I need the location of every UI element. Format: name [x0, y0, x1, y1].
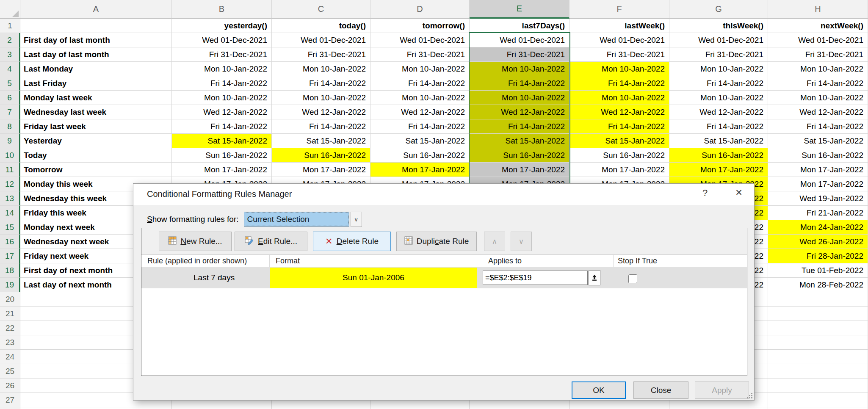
- cell-D11[interactable]: Mon 17-Jan-2022: [370, 163, 470, 177]
- applies-to-input[interactable]: [483, 271, 588, 285]
- cell-B1[interactable]: yesterday(): [172, 19, 272, 33]
- cell-H19[interactable]: Mon 28-Feb-2022: [768, 278, 868, 292]
- cell-B3[interactable]: Fri 31-Dec-2021: [172, 47, 272, 62]
- cell-D2[interactable]: Wed 01-Dec-2021: [370, 33, 470, 47]
- cell-H26[interactable]: [768, 379, 868, 393]
- cell-F2[interactable]: Wed 01-Dec-2021: [569, 33, 669, 47]
- cell-C4[interactable]: Mon 10-Jan-2022: [272, 62, 370, 76]
- row-header-13[interactable]: 13: [0, 191, 20, 206]
- cell-H6[interactable]: Mon 10-Jan-2022: [768, 91, 868, 105]
- stop-if-true-checkbox[interactable]: [628, 274, 637, 283]
- row-header-6[interactable]: 6: [0, 91, 20, 105]
- cell-H25[interactable]: [768, 364, 868, 379]
- cell-E11[interactable]: Mon 17-Jan-2022: [470, 163, 569, 177]
- cell-B10[interactable]: Sun 16-Jan-2022: [172, 148, 272, 163]
- cell-A9[interactable]: Yesterday: [20, 134, 172, 148]
- row-header-8[interactable]: 8: [0, 119, 20, 134]
- cell-H18[interactable]: Tue 01-Feb-2022: [768, 263, 868, 278]
- cell-F11[interactable]: Mon 17-Jan-2022: [569, 163, 669, 177]
- row-header-24[interactable]: 24: [0, 350, 20, 364]
- row-header-11[interactable]: 11: [0, 163, 20, 177]
- cell-H1[interactable]: nextWeek(): [768, 19, 868, 33]
- cell-E10[interactable]: Sun 16-Jan-2022: [470, 148, 569, 163]
- cell-D8[interactable]: Fri 14-Jan-2022: [370, 119, 470, 134]
- row-header-25[interactable]: 25: [0, 364, 20, 379]
- column-header-E[interactable]: E: [470, 0, 569, 19]
- cell-G7[interactable]: Wed 12-Jan-2022: [669, 105, 768, 119]
- cell-H4[interactable]: Mon 10-Jan-2022: [768, 62, 868, 76]
- column-header-D[interactable]: D: [370, 0, 470, 19]
- cell-H21[interactable]: [768, 307, 868, 321]
- column-header-G[interactable]: G: [669, 0, 768, 19]
- cell-G28[interactable]: [669, 407, 768, 409]
- help-icon[interactable]: ?: [697, 188, 713, 199]
- cell-C9[interactable]: Sat 15-Jan-2022: [272, 134, 370, 148]
- cell-H24[interactable]: [768, 350, 868, 364]
- cell-D7[interactable]: Wed 12-Jan-2022: [370, 105, 470, 119]
- cell-G6[interactable]: Mon 10-Jan-2022: [669, 91, 768, 105]
- cell-A1[interactable]: [20, 19, 172, 33]
- cell-C10[interactable]: Sun 16-Jan-2022: [272, 148, 370, 163]
- column-header-F[interactable]: F: [569, 0, 669, 19]
- cell-F3[interactable]: Fri 31-Dec-2021: [569, 47, 669, 62]
- row-header-1[interactable]: 1: [0, 19, 20, 33]
- cell-F9[interactable]: Sat 15-Jan-2022: [569, 134, 669, 148]
- cell-E2[interactable]: Wed 01-Dec-2021: [470, 33, 569, 47]
- cell-B8[interactable]: Fri 14-Jan-2022: [172, 119, 272, 134]
- cell-G2[interactable]: Wed 01-Dec-2021: [669, 33, 768, 47]
- row-header-10[interactable]: 10: [0, 148, 20, 163]
- row-header-20[interactable]: 20: [0, 292, 20, 307]
- resize-grip-icon[interactable]: [747, 393, 753, 399]
- cell-F4[interactable]: Mon 10-Jan-2022: [569, 62, 669, 76]
- column-header-B[interactable]: B: [172, 0, 272, 19]
- new-rule-button[interactable]: New Rule...: [159, 232, 232, 251]
- edit-rule-button[interactable]: Edit Rule...: [235, 232, 307, 251]
- cell-E4[interactable]: Mon 10-Jan-2022: [470, 62, 569, 76]
- ok-button[interactable]: OK: [572, 381, 626, 399]
- cell-B28[interactable]: [172, 407, 272, 409]
- cell-G4[interactable]: Mon 10-Jan-2022: [669, 62, 768, 76]
- cell-C8[interactable]: Fri 14-Jan-2022: [272, 119, 370, 134]
- column-header-C[interactable]: C: [272, 0, 370, 19]
- cell-G5[interactable]: Fri 14-Jan-2022: [669, 76, 768, 91]
- cell-A7[interactable]: Wednesday last week: [20, 105, 172, 119]
- row-header-23[interactable]: 23: [0, 335, 20, 350]
- cell-H14[interactable]: Fri 21-Jan-2022: [768, 206, 868, 220]
- row-header-21[interactable]: 21: [0, 307, 20, 321]
- cell-D10[interactable]: Sun 16-Jan-2022: [370, 148, 470, 163]
- cell-F7[interactable]: Wed 12-Jan-2022: [569, 105, 669, 119]
- cell-H9[interactable]: Sat 15-Jan-2022: [768, 134, 868, 148]
- cell-H22[interactable]: [768, 321, 868, 335]
- cell-E6[interactable]: Mon 10-Jan-2022: [470, 91, 569, 105]
- scope-dropdown[interactable]: Current Selection ∨: [244, 212, 362, 227]
- cell-A11[interactable]: Tomorrow: [20, 163, 172, 177]
- close-icon[interactable]: ✕: [730, 188, 747, 198]
- chevron-down-icon[interactable]: ∨: [351, 212, 362, 227]
- row-header-17[interactable]: 17: [0, 249, 20, 263]
- cell-A4[interactable]: Last Monday: [20, 62, 172, 76]
- row-header-2[interactable]: 2: [0, 33, 20, 47]
- cell-H15[interactable]: Mon 24-Jan-2022: [768, 220, 868, 235]
- cell-B2[interactable]: Wed 01-Dec-2021: [172, 33, 272, 47]
- cell-H12[interactable]: Mon 17-Jan-2022: [768, 177, 868, 191]
- cell-G10[interactable]: Sun 16-Jan-2022: [669, 148, 768, 163]
- cell-H20[interactable]: [768, 292, 868, 307]
- cell-H11[interactable]: Mon 17-Jan-2022: [768, 163, 868, 177]
- cell-H8[interactable]: Fri 14-Jan-2022: [768, 119, 868, 134]
- cell-G9[interactable]: Sat 15-Jan-2022: [669, 134, 768, 148]
- cell-A6[interactable]: Monday last week: [20, 91, 172, 105]
- cell-H17[interactable]: Fri 28-Jan-2022: [768, 249, 868, 263]
- cell-D28[interactable]: [370, 407, 470, 409]
- cell-D5[interactable]: Fri 14-Jan-2022: [370, 76, 470, 91]
- delete-rule-button[interactable]: ✕Delete Rule: [313, 232, 391, 251]
- move-up-button[interactable]: ∧: [484, 232, 505, 251]
- cell-C7[interactable]: Wed 12-Jan-2022: [272, 105, 370, 119]
- row-header-16[interactable]: 16: [0, 235, 20, 249]
- cell-B6[interactable]: Mon 10-Jan-2022: [172, 91, 272, 105]
- collapse-dialog-button[interactable]: [589, 270, 600, 285]
- row-header-28[interactable]: 28: [0, 407, 20, 409]
- cell-A5[interactable]: Last Friday: [20, 76, 172, 91]
- column-header-A[interactable]: A: [20, 0, 172, 19]
- duplicate-rule-button[interactable]: Duplicate Rule: [396, 232, 477, 251]
- cell-G3[interactable]: Fri 31-Dec-2021: [669, 47, 768, 62]
